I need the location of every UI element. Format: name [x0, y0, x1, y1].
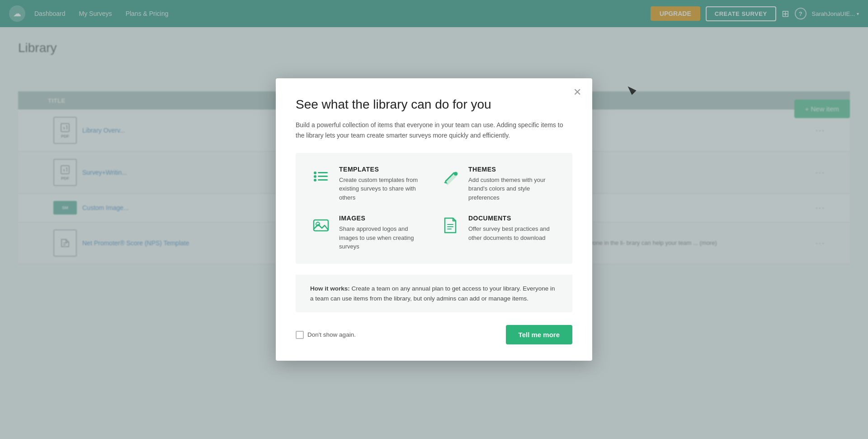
feature-templates-desc: Create custom templates from existing su… [339, 176, 429, 202]
feature-images-title: IMAGES [339, 215, 429, 222]
feature-templates-title: TEMPLATES [339, 166, 429, 173]
themes-icon [439, 166, 461, 187]
tell-me-more-button[interactable]: Tell me more [506, 325, 572, 344]
svg-rect-5 [318, 176, 328, 177]
images-icon [310, 215, 332, 236]
documents-icon [439, 215, 461, 236]
modal-overlay: ✕ See what the library can do for you Bu… [0, 0, 868, 439]
svg-point-2 [314, 172, 316, 174]
svg-point-4 [314, 175, 316, 178]
dont-show-wrap: Don't show again. [296, 331, 356, 339]
feature-documents-title: DOCUMENTS [468, 215, 558, 222]
feature-themes-desc: Add custom themes with your brand's colo… [468, 176, 558, 202]
modal-subtitle: Build a powerful collection of items tha… [296, 120, 572, 140]
feature-images-text: IMAGES Share approved logos and images t… [339, 215, 429, 251]
dont-show-checkbox[interactable] [296, 331, 304, 339]
templates-icon [310, 166, 332, 187]
feature-documents: DOCUMENTS Offer survey best practices an… [439, 215, 558, 251]
svg-point-6 [314, 179, 316, 181]
modal-dialog: ✕ See what the library can do for you Bu… [276, 78, 592, 361]
svg-rect-7 [318, 179, 328, 181]
feature-templates: TEMPLATES Create custom templates from e… [310, 166, 429, 202]
feature-documents-desc: Offer survey best practices and other do… [468, 224, 558, 242]
feature-images-desc: Share approved logos and images to use w… [339, 224, 429, 251]
feature-grid: TEMPLATES Create custom templates from e… [296, 153, 572, 264]
modal-close-button[interactable]: ✕ [573, 87, 581, 97]
how-it-works-section: How it works: Create a team on any annua… [296, 275, 572, 312]
dont-show-label: Don't show again. [307, 331, 356, 338]
feature-themes-text: THEMES Add custom themes with your brand… [468, 166, 558, 202]
feature-themes-title: THEMES [468, 166, 558, 173]
feature-themes: THEMES Add custom themes with your brand… [439, 166, 558, 202]
svg-rect-9 [314, 220, 328, 231]
how-it-works-bold: How it works: [310, 285, 350, 292]
feature-documents-text: DOCUMENTS Offer survey best practices an… [468, 215, 558, 242]
svg-point-8 [454, 172, 458, 176]
svg-rect-3 [318, 172, 328, 173]
feature-images: IMAGES Share approved logos and images t… [310, 215, 429, 251]
modal-title: See what the library can do for you [296, 96, 572, 113]
modal-footer: Don't show again. Tell me more [296, 325, 572, 344]
feature-templates-text: TEMPLATES Create custom templates from e… [339, 166, 429, 202]
